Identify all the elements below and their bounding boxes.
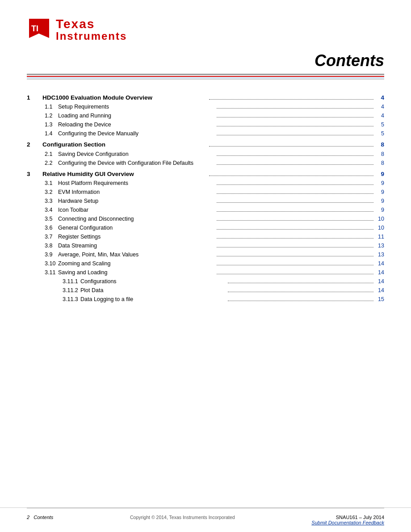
toc-page-1-4[interactable]: 5 — [375, 129, 384, 138]
toc-label-3-11: Saving and Loading — [58, 268, 215, 277]
toc-num-3-3: 3.3 — [45, 197, 58, 205]
toc-entry-1-2[interactable]: 1.2 Loading and Running 4 — [27, 111, 384, 120]
toc-dots-2-2 — [217, 164, 373, 165]
toc-entry-3-11-1[interactable]: 3.11.1 Configurations 14 — [27, 277, 384, 286]
toc-num-3-6: 3.6 — [45, 223, 58, 232]
toc-page-1[interactable]: 4 — [375, 93, 384, 103]
footer-copyright: Copyright © 2014, Texas Instruments Inco… — [53, 515, 311, 520]
toc-page-3-11[interactable]: 14 — [375, 268, 384, 277]
toc-label-1-1: Setup Requirements — [58, 102, 215, 111]
toc-page-3-11-2[interactable]: 14 — [375, 286, 384, 295]
toc-entry-3-9[interactable]: 3.9 Average, Point, Min, Max Values 13 — [27, 250, 384, 259]
toc-page-3-11-3[interactable]: 15 — [375, 295, 384, 304]
table-of-contents: 1 HDC1000 Evaluation Module Overview 4 1… — [0, 80, 411, 304]
toc-section-1: 1 HDC1000 Evaluation Module Overview 4 1… — [27, 93, 384, 138]
toc-page-2-2[interactable]: 8 — [375, 159, 384, 168]
ti-logo-icon: TI — [27, 18, 51, 42]
footer-feedback-link[interactable]: Submit Documentation Feedback — [311, 520, 384, 525]
toc-num-1: 1 — [27, 93, 42, 103]
toc-label-1-3: Reloading the Device — [58, 120, 215, 129]
toc-dots-3-9 — [217, 256, 373, 256]
toc-num-3-11: 3.11 — [45, 268, 58, 277]
toc-label-3-11-1: Configurations — [80, 277, 226, 286]
toc-entry-1[interactable]: 1 HDC1000 Evaluation Module Overview 4 — [27, 93, 384, 103]
toc-label-2: Configuration Section — [42, 140, 207, 150]
contents-title-section: Contents — [0, 42, 411, 70]
toc-entry-3-1[interactable]: 3.1 Host Platform Requirements 9 — [27, 179, 384, 188]
toc-dots-3-11-3 — [228, 301, 373, 301]
toc-page-3-3[interactable]: 9 — [375, 197, 384, 205]
toc-label-3-1: Host Platform Requirements — [58, 179, 215, 188]
toc-page-3-4[interactable]: 9 — [375, 205, 384, 214]
toc-page-2-1[interactable]: 8 — [375, 150, 384, 159]
toc-page-2[interactable]: 8 — [375, 140, 384, 150]
footer-page-label: 2 Contents — [27, 515, 53, 520]
footer-right: SNAU161 – July 2014 Submit Documentation… — [311, 515, 384, 525]
toc-page-1-1[interactable]: 4 — [375, 102, 384, 111]
toc-dots-3-11-1 — [228, 283, 373, 283]
toc-page-1-2[interactable]: 4 — [375, 111, 384, 120]
toc-label-3-2: EVM Information — [58, 188, 215, 197]
toc-entry-2-1[interactable]: 2.1 Saving Device Configuration 8 — [27, 150, 384, 159]
toc-num-3-11-1: 3.11.1 — [63, 277, 80, 286]
toc-num-1-1: 1.1 — [45, 102, 58, 111]
toc-dots-3-11 — [217, 274, 373, 274]
toc-label-1: HDC1000 Evaluation Module Overview — [42, 93, 207, 103]
toc-entry-3-2[interactable]: 3.2 EVM Information 9 — [27, 188, 384, 197]
toc-label-3-5: Connecting and Disconnecting — [58, 214, 215, 223]
toc-section-2: 2 Configuration Section 8 2.1 Saving Dev… — [27, 140, 384, 168]
toc-page-3-5[interactable]: 10 — [375, 214, 384, 223]
toc-entry-3-11-2[interactable]: 3.11.2 Plot Data 14 — [27, 286, 384, 295]
toc-page-3-1[interactable]: 9 — [375, 179, 384, 188]
toc-entry-3-4[interactable]: 3.4 Icon Toolbar 9 — [27, 205, 384, 214]
toc-entry-2-2[interactable]: 2.2 Configuring the Device with Configur… — [27, 159, 384, 168]
toc-num-2: 2 — [27, 140, 42, 150]
toc-label-3-10: Zooming and Scaling — [58, 259, 215, 268]
toc-dots-3-7 — [217, 238, 373, 239]
toc-page-3-11-1[interactable]: 14 — [375, 277, 384, 286]
toc-entry-3-11-3[interactable]: 3.11.3 Data Logging to a file 15 — [27, 295, 384, 304]
toc-entry-1-4[interactable]: 1.4 Configuring the Device Manually 5 — [27, 129, 384, 138]
page-footer: 2 Contents Copyright © 2014, Texas Instr… — [0, 507, 411, 532]
toc-page-3-10[interactable]: 14 — [375, 259, 384, 268]
toc-dots-3 — [209, 176, 374, 176]
toc-dots-3-8 — [217, 247, 373, 247]
toc-entry-3[interactable]: 3 Relative Humidity GUI Overview 9 — [27, 169, 384, 179]
toc-label-3-6: General Configuration — [58, 223, 215, 232]
toc-entry-3-8[interactable]: 3.8 Data Streaming 13 — [27, 241, 384, 250]
toc-page-3[interactable]: 9 — [375, 169, 384, 179]
svg-text:TI: TI — [31, 24, 38, 33]
toc-dots-3-5 — [217, 220, 373, 221]
toc-entry-2[interactable]: 2 Configuration Section 8 — [27, 140, 384, 150]
toc-entry-3-3[interactable]: 3.3 Hardware Setup 9 — [27, 197, 384, 205]
toc-page-3-2[interactable]: 9 — [375, 188, 384, 197]
toc-dots-1-2 — [217, 117, 373, 117]
toc-entry-3-10[interactable]: 3.10 Zooming and Scaling 14 — [27, 259, 384, 268]
toc-section-3: 3 Relative Humidity GUI Overview 9 3.1 H… — [27, 169, 384, 304]
footer-contents-label: Contents — [34, 515, 53, 520]
toc-label-3-4: Icon Toolbar — [58, 205, 215, 214]
toc-page-1-3[interactable]: 5 — [375, 120, 384, 129]
toc-label-3-9: Average, Point, Min, Max Values — [58, 250, 215, 259]
toc-entry-3-5[interactable]: 3.5 Connecting and Disconnecting 10 — [27, 214, 384, 223]
toc-entry-1-1[interactable]: 1.1 Setup Requirements 4 — [27, 102, 384, 111]
toc-page-3-6[interactable]: 10 — [375, 223, 384, 232]
footer-doc-id: SNAU161 – July 2014 — [311, 515, 384, 520]
toc-page-3-7[interactable]: 11 — [375, 232, 384, 241]
toc-entry-3-6[interactable]: 3.6 General Configuration 10 — [27, 223, 384, 232]
toc-num-1-2: 1.2 — [45, 111, 58, 120]
toc-entry-3-11[interactable]: 3.11 Saving and Loading 14 — [27, 268, 384, 277]
toc-entry-3-7[interactable]: 3.7 Register Settings 11 — [27, 232, 384, 241]
toc-dots-1-3 — [217, 126, 373, 126]
toc-label-3-11-2: Plot Data — [80, 286, 226, 295]
toc-page-3-9[interactable]: 13 — [375, 250, 384, 259]
toc-num-3-9: 3.9 — [45, 250, 58, 259]
toc-dots-3-2 — [217, 193, 373, 194]
toc-page-3-8[interactable]: 13 — [375, 241, 384, 250]
ti-logo: TI Texas Instruments — [27, 18, 384, 42]
toc-num-3-1: 3.1 — [45, 179, 58, 188]
toc-entry-1-3[interactable]: 1.3 Reloading the Device 5 — [27, 120, 384, 129]
line-blue — [27, 78, 384, 78]
line-thick — [27, 74, 384, 75]
contents-title: Contents — [315, 51, 384, 70]
